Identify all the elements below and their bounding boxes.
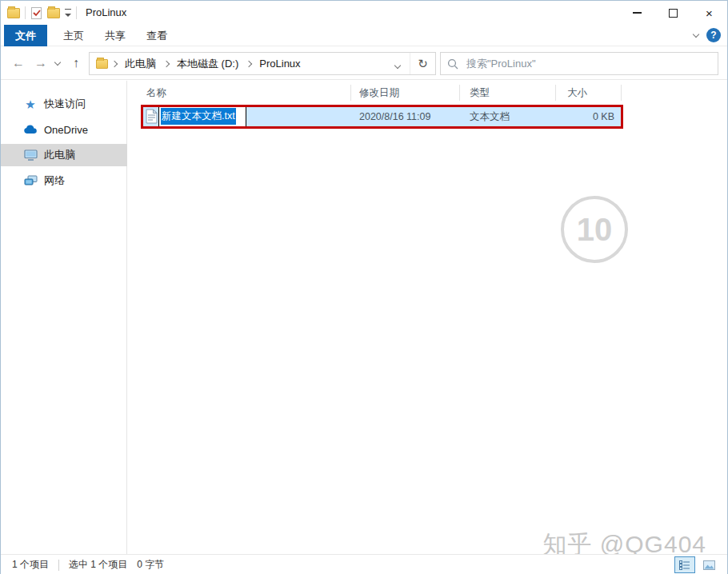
navigation-pane: ★ 快速访问 OneDrive [1, 81, 127, 554]
tab-file[interactable]: 文件 [4, 25, 47, 46]
minimize-icon [633, 12, 642, 14]
address-dropdown-icon[interactable] [386, 57, 410, 71]
qat-dropdown-icon[interactable] [65, 9, 71, 18]
collapse-ribbon-icon[interactable] [693, 30, 699, 37]
thumbnail-view-icon [703, 560, 715, 570]
breadcrumb: 此电脑 本地磁盘 (D:) ProLinux [90, 57, 386, 71]
maximize-icon [669, 9, 678, 18]
sidebar-item-network[interactable]: 网络 [1, 169, 127, 192]
sidebar-item-quick-access[interactable]: ★ 快速访问 [1, 93, 127, 115]
properties-check-icon[interactable] [30, 6, 42, 20]
quick-access-star-icon: ★ [23, 98, 38, 110]
sidebar-item-onedrive[interactable]: OneDrive [1, 118, 127, 141]
details-view-icon [679, 560, 690, 570]
column-header-type[interactable]: 类型 [470, 83, 490, 102]
breadcrumb-this-pc[interactable]: 此电脑 [121, 57, 160, 71]
sidebar-item-this-pc[interactable]: 此电脑 [1, 144, 127, 166]
close-icon: × [706, 7, 713, 19]
sidebar-item-label: 网络 [44, 173, 65, 188]
column-separator[interactable] [459, 85, 460, 101]
status-bar: 1 个项目 选中 1 个项目 0 字节 [1, 554, 727, 574]
search-box [440, 52, 718, 75]
details-view-button[interactable] [674, 556, 695, 573]
breadcrumb-separator-icon [246, 60, 252, 66]
selection-size: 0 字节 [137, 558, 164, 572]
network-icon [23, 175, 38, 186]
search-icon [447, 58, 458, 70]
address-bar[interactable]: 此电脑 本地磁盘 (D:) ProLinux ↻ [89, 52, 436, 75]
item-count: 1 个项目 [12, 558, 49, 572]
file-type: 文本文档 [470, 107, 510, 126]
tab-view[interactable]: 查看 [134, 25, 180, 46]
ribbon-tab-bar: 文件 主页 共享 查看 ? [1, 25, 727, 46]
sidebar-item-label: OneDrive [44, 124, 88, 136]
sidebar-item-label: 快速访问 [44, 97, 86, 111]
breadcrumb-prolinux[interactable]: ProLinux [255, 58, 304, 70]
text-document-icon [146, 109, 158, 127]
navigation-bar: ← → ↑ 此电脑 本地磁盘 (D:) ProLinux ↻ [1, 47, 727, 80]
rename-input[interactable]: 新建文本文档.txt [158, 106, 246, 127]
column-header-date[interactable]: 修改日期 [359, 83, 399, 102]
quick-access-toolbar [7, 1, 77, 25]
explorer-window: ProLinux × 文件 主页 共享 查看 ? ← → ↑ 此电脑 本地磁 [0, 0, 728, 574]
sidebar-item-label: 此电脑 [44, 148, 75, 162]
tab-home[interactable]: 主页 [50, 25, 97, 46]
folder-icon[interactable] [7, 8, 20, 18]
step-number-text: 10 [577, 212, 613, 248]
onedrive-cloud-icon [23, 125, 38, 134]
new-folder-icon[interactable] [47, 8, 60, 18]
search-input[interactable] [465, 57, 711, 70]
divider [58, 560, 59, 571]
selection-count: 选中 1 个项目 [69, 558, 127, 572]
column-header-size[interactable]: 大小 [567, 83, 587, 102]
breadcrumb-separator-icon [111, 60, 118, 66]
location-folder-icon [96, 59, 108, 69]
close-button[interactable]: × [691, 1, 727, 25]
file-row[interactable]: 新建文本文档.txt 2020/8/16 11:09 文本文档 0 KB [143, 107, 621, 126]
breadcrumb-separator-icon [163, 60, 170, 66]
main-area: ★ 快速访问 OneDrive [1, 81, 727, 554]
up-button[interactable]: ↑ [66, 54, 86, 73]
this-pc-icon [23, 149, 38, 161]
thumbnail-view-button[interactable] [698, 556, 719, 573]
selected-filename-text: 新建文本文档.txt [161, 108, 236, 125]
tab-share[interactable]: 共享 [92, 25, 138, 46]
file-size: 0 KB [593, 107, 614, 126]
refresh-button[interactable]: ↻ [410, 53, 435, 74]
recent-locations-icon[interactable] [52, 54, 63, 73]
column-separator[interactable] [621, 85, 622, 101]
window-controls: × [619, 1, 727, 25]
divider [76, 6, 77, 19]
window-title: ProLinux [86, 6, 126, 18]
column-header-name[interactable]: 名称 [146, 83, 166, 102]
minimize-button[interactable] [619, 1, 655, 25]
step-number-watermark: 10 [561, 196, 628, 263]
maximize-button[interactable] [655, 1, 691, 25]
column-header-row: 名称 修改日期 类型 大小 [127, 83, 728, 102]
forward-button[interactable]: → [31, 54, 50, 73]
title-bar: ProLinux × [1, 1, 727, 25]
back-button[interactable]: ← [9, 54, 28, 73]
column-separator[interactable] [555, 85, 556, 101]
help-button[interactable]: ? [706, 28, 721, 42]
breadcrumb-local-disk-d[interactable]: 本地磁盘 (D:) [173, 57, 242, 71]
divider [25, 6, 26, 19]
column-separator[interactable] [350, 85, 351, 101]
file-date: 2020/8/16 11:09 [359, 107, 430, 126]
